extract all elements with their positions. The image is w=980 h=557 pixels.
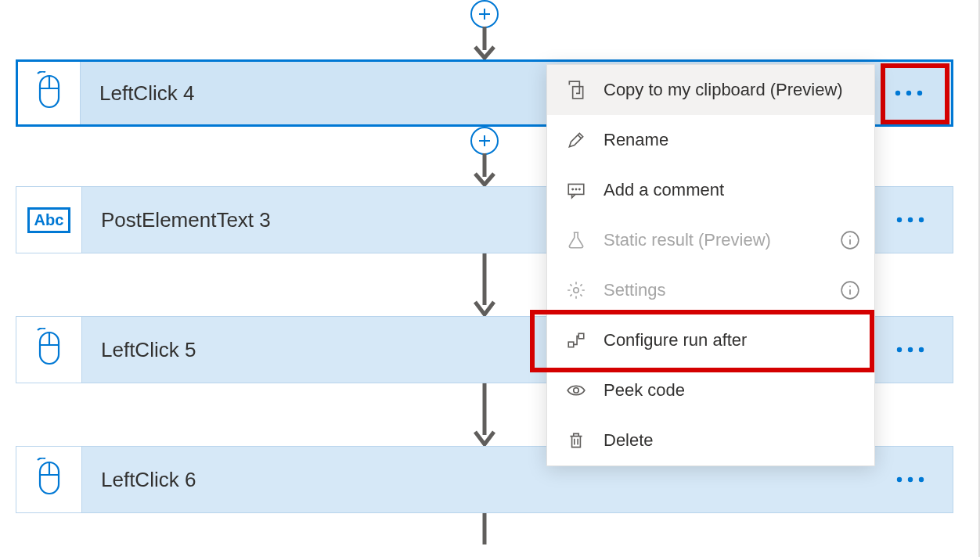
context-menu: Copy to my clipboard (Preview) Rename Ad… bbox=[546, 64, 875, 466]
step-title: PostElementText 3 bbox=[82, 208, 271, 232]
svg-point-2 bbox=[906, 91, 911, 95]
menu-rename[interactable]: Rename bbox=[547, 115, 874, 165]
svg-point-25 bbox=[574, 388, 579, 393]
step-title: LeftClick 6 bbox=[82, 468, 196, 492]
menu-label: Add a comment bbox=[603, 180, 724, 200]
trash-icon bbox=[566, 430, 586, 451]
add-step-button[interactable] bbox=[470, 127, 499, 155]
svg-point-5 bbox=[908, 217, 913, 222]
svg-point-17 bbox=[572, 189, 573, 189]
menu-add-comment[interactable]: Add a comment bbox=[547, 165, 874, 215]
menu-copy[interactable]: Copy to my clipboard (Preview) bbox=[547, 65, 874, 115]
arrow-down-icon bbox=[473, 27, 496, 59]
menu-delete[interactable]: Delete bbox=[547, 415, 874, 465]
menu-label: Settings bbox=[603, 280, 666, 300]
svg-point-8 bbox=[897, 347, 902, 352]
svg-point-10 bbox=[919, 347, 924, 352]
copy-icon bbox=[566, 80, 586, 100]
step-menu-button[interactable] bbox=[887, 447, 934, 512]
svg-rect-15 bbox=[573, 87, 583, 99]
svg-rect-23 bbox=[568, 342, 574, 347]
arrow-down-icon bbox=[473, 253, 496, 316]
arrow-down-icon bbox=[473, 383, 496, 446]
add-step-button[interactable] bbox=[470, 0, 499, 28]
svg-point-6 bbox=[919, 217, 924, 222]
arrow-down-icon bbox=[473, 513, 496, 544]
info-icon[interactable] bbox=[840, 280, 860, 300]
step-menu-button[interactable] bbox=[887, 317, 934, 383]
menu-static-result: Static result (Preview) bbox=[547, 215, 874, 265]
step-menu-button[interactable] bbox=[885, 62, 932, 124]
svg-point-4 bbox=[897, 217, 902, 222]
svg-point-13 bbox=[908, 477, 913, 482]
menu-settings: Settings bbox=[547, 265, 874, 315]
svg-point-14 bbox=[919, 477, 924, 482]
comment-icon bbox=[566, 180, 586, 200]
info-icon[interactable] bbox=[840, 230, 860, 250]
menu-label: Copy to my clipboard (Preview) bbox=[603, 80, 843, 100]
menu-run-after[interactable]: Configure run after bbox=[547, 315, 874, 365]
svg-point-3 bbox=[917, 91, 922, 95]
svg-point-18 bbox=[575, 189, 576, 189]
step-title: LeftClick 5 bbox=[82, 338, 196, 362]
gear-icon bbox=[566, 280, 586, 300]
svg-rect-24 bbox=[578, 333, 584, 339]
menu-label: Static result (Preview) bbox=[603, 230, 771, 250]
menu-label: Configure run after bbox=[603, 330, 747, 350]
svg-point-1 bbox=[895, 91, 900, 95]
menu-label: Peek code bbox=[603, 380, 685, 401]
menu-label: Delete bbox=[603, 430, 654, 451]
mouse-icon bbox=[18, 62, 81, 124]
svg-point-12 bbox=[897, 477, 902, 482]
svg-point-9 bbox=[908, 347, 913, 352]
step-menu-button[interactable] bbox=[887, 187, 934, 253]
mouse-icon bbox=[16, 317, 82, 383]
abc-icon: Abc bbox=[16, 187, 82, 253]
menu-label: Rename bbox=[603, 130, 668, 150]
step-title: LeftClick 4 bbox=[81, 81, 194, 106]
menu-peek-code[interactable]: Peek code bbox=[547, 365, 874, 415]
flask-icon bbox=[566, 230, 586, 250]
pencil-icon bbox=[566, 130, 586, 150]
run-after-icon bbox=[566, 330, 586, 350]
svg-point-21 bbox=[574, 288, 579, 293]
eye-icon bbox=[566, 380, 586, 401]
arrow-down-icon bbox=[473, 153, 496, 186]
svg-point-19 bbox=[579, 189, 580, 189]
mouse-icon bbox=[16, 447, 82, 512]
